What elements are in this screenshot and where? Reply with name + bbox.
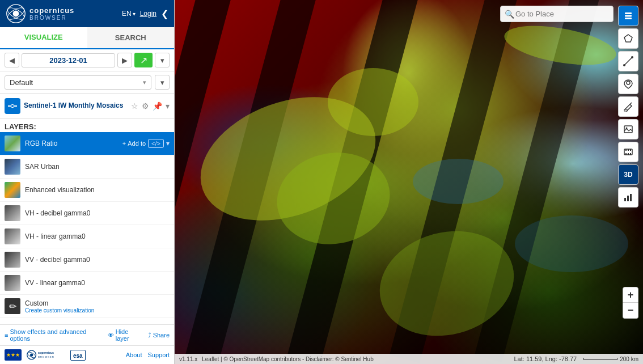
zoom-controls: + − [623, 287, 638, 319]
dataset-favorite-button[interactable]: ☆ [131, 101, 138, 111]
layer-name-group-custom: Custom Create custom visualization [25, 299, 170, 314]
dataset-pin-button[interactable]: 📌 [153, 101, 162, 111]
map-search-input[interactable] [500, 6, 614, 22]
dataset-settings-button[interactable]: ⚙ [142, 101, 149, 111]
lang-chevron-icon: ▾ [133, 11, 136, 17]
layer-item[interactable]: VH - decibel gamma0 [0, 202, 174, 225]
dataset-icon [5, 98, 20, 114]
svg-rect-22 [625, 15, 632, 17]
share-link[interactable]: ⤴ Share [148, 332, 170, 338]
support-link[interactable]: Support [147, 352, 170, 358]
svg-point-27 [631, 56, 633, 58]
svg-point-9 [30, 353, 33, 356]
svg-rect-5 [8, 105, 11, 107]
layer-thumbnail [5, 228, 20, 244]
default-select[interactable]: Default ▾ [5, 75, 151, 90]
layer-name: SAR Urban [25, 163, 170, 171]
svg-rect-34 [625, 149, 627, 151]
date-row: ◀ 2023-12-01 ▶ ↗ ▾ [0, 49, 174, 71]
scale-bar: 200 km [583, 356, 638, 362]
layer-name: Enhanced visualization [25, 186, 170, 194]
login-button[interactable]: Login [140, 10, 156, 18]
language-button[interactable]: EN ▾ [122, 10, 136, 18]
layers-list: RGB Ratio + Add to </> ▾ SAR Urban Enhan… [0, 132, 174, 324]
date-next-button[interactable]: ▶ [117, 53, 132, 67]
toolbar-measure-button[interactable] [618, 51, 638, 71]
tab-search[interactable]: SEARCH [87, 27, 175, 48]
svg-rect-37 [625, 153, 627, 155]
layer-item[interactable]: RGB Ratio + Add to </> ▾ [0, 132, 174, 155]
toolbar-3d-button[interactable]: 3D [618, 164, 638, 185]
svg-point-28 [627, 81, 630, 84]
svg-rect-41 [627, 196, 629, 201]
layer-thumbnail: ✏ [5, 298, 20, 314]
svg-rect-36 [630, 149, 631, 151]
show-effects-link[interactable]: ≡ Show effects and advanced options [5, 328, 101, 342]
logo-tagline: BROWSER [29, 15, 74, 21]
layer-item[interactable]: VV - linear gamma0 [0, 272, 174, 295]
layer-thumbnail [5, 252, 20, 268]
layer-item[interactable]: VH - linear gamma0 [0, 225, 174, 248]
toolbar-image-button[interactable] [618, 119, 638, 139]
sidebar-header: copernicus BROWSER EN ▾ Login ❮ [0, 0, 174, 27]
layer-name: VV - decibel gamma0 [25, 256, 170, 264]
eu-flag: ★★★ [5, 349, 22, 361]
pencil-icon: ✏ [9, 301, 16, 312]
3d-label: 3D [624, 171, 632, 179]
measure-icon [623, 56, 633, 66]
layer-thumbnail [5, 205, 20, 221]
layer-item[interactable]: SAR Urban [0, 155, 174, 179]
effects-icon: ≡ [5, 332, 8, 338]
layers-header: LAYERS: [0, 119, 174, 132]
toolbar-pentagon-button[interactable] [618, 28, 638, 49]
layer-code-button[interactable]: </> [148, 139, 164, 148]
toolbar-film-button[interactable] [618, 142, 638, 162]
svg-rect-6 [14, 105, 17, 107]
hide-layer-link[interactable]: 👁 Hide layer [108, 328, 141, 342]
toolbar-location-button[interactable] [618, 74, 638, 94]
toolbar-draw-button[interactable] [618, 96, 638, 117]
layer-chevron-icon[interactable]: ▾ [166, 139, 170, 147]
svg-rect-35 [628, 149, 629, 151]
footer-links: ≡ Show effects and advanced options 👁 Hi… [0, 324, 174, 345]
map-toolbar: 3D [618, 6, 638, 208]
default-chevron-icon: ▾ [143, 79, 146, 86]
date-go-button[interactable]: ↗ [134, 53, 153, 67]
svg-line-29 [630, 103, 632, 104]
bottom-footer: ★★★ copernicus BROWSER esa About Support [0, 345, 174, 364]
pentagon-icon [623, 33, 633, 44]
date-display[interactable]: 2023-12-01 [22, 53, 115, 67]
toolbar-layers-button[interactable] [618, 6, 638, 26]
layer-item[interactable]: Enhanced visualization [0, 179, 174, 202]
attribution-text: Leaflet | © OpenStreetMap contributors -… [202, 356, 373, 362]
svg-rect-30 [624, 109, 627, 111]
svg-rect-40 [624, 198, 626, 201]
date-prev-button[interactable]: ◀ [5, 53, 19, 67]
svg-marker-24 [624, 35, 632, 42]
nav-tabs: VISUALIZE SEARCH [0, 27, 174, 49]
svg-point-26 [623, 64, 625, 66]
dataset-more-button[interactable]: ▾ [166, 101, 170, 111]
map-svg-overlay [175, 0, 643, 364]
svg-point-18 [413, 159, 504, 204]
toolbar-chart-button[interactable] [618, 187, 638, 208]
tab-visualize[interactable]: VISUALIZE [0, 27, 87, 48]
layer-item[interactable]: VV - decibel gamma0 [0, 248, 174, 272]
collapse-button[interactable]: ❮ [161, 9, 168, 19]
svg-rect-21 [625, 12, 632, 14]
about-link[interactable]: About [126, 352, 142, 358]
layer-name: VH - linear gamma0 [25, 232, 170, 240]
svg-point-15 [501, 19, 619, 72]
custom-subtitle: Create custom visualization [25, 307, 170, 314]
location-icon [623, 79, 633, 89]
zoom-out-button[interactable]: − [623, 303, 638, 319]
layer-add-button[interactable]: + Add to [122, 140, 146, 147]
version-label: v1.11.x [179, 356, 197, 362]
layer-name: RGB Ratio [25, 139, 118, 147]
date-dropdown-button[interactable]: ▾ [155, 53, 170, 67]
svg-rect-38 [628, 153, 629, 155]
zoom-in-button[interactable]: + [623, 287, 638, 303]
film-icon [623, 147, 633, 157]
default-more-button[interactable]: ▾ [155, 75, 170, 90]
layer-item-custom[interactable]: ✏ Custom Create custom visualization [0, 295, 174, 318]
